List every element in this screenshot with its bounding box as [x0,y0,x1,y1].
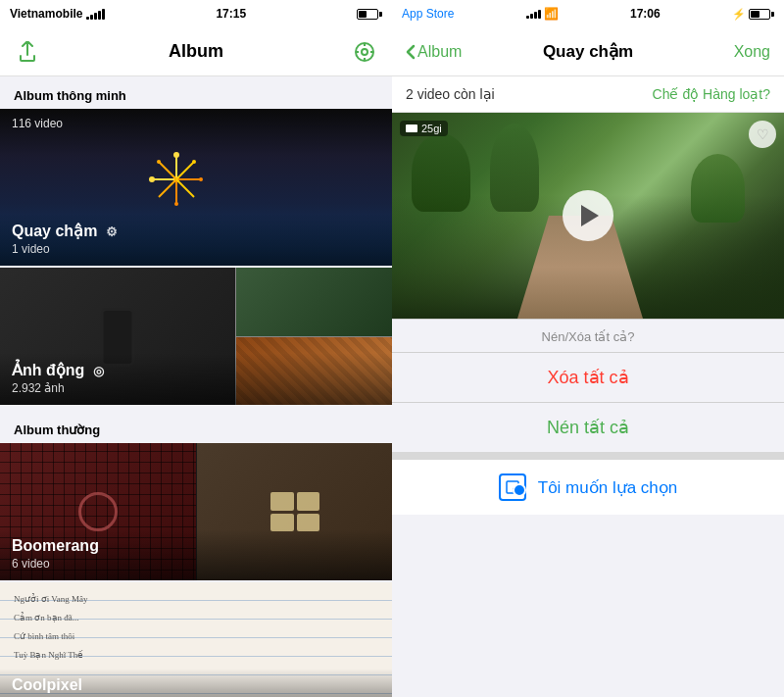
signal-wifi-right: 📶 [526,7,559,21]
status-bar-right: App Store 📶 17:06 ⚡ [392,0,784,27]
video-thumbnail[interactable]: 25gi ♡ [392,113,784,319]
action-sheet: Nén/Xóa tất cả? Xóa tất cả Nén tất cả Tô… [392,319,784,515]
carrier-info: Vietnamobile [10,7,105,21]
battery-info-left [357,9,382,20]
anh-dong-cell-2 [236,268,392,336]
wifi-icon-right: 📶 [544,7,559,21]
play-triangle-icon [581,205,599,226]
album-slow-mo[interactable]: 116 video [0,109,392,266]
album-boomerang[interactable]: Boomerang 6 video [0,443,392,580]
svg-point-19 [157,160,161,164]
svg-line-12 [176,162,194,179]
status-bar-left: Vietnamobile 17:15 [0,0,392,27]
nav-title-left: Album [169,41,223,62]
battery-icon-right [749,9,774,20]
share-button[interactable] [14,38,41,66]
svg-point-17 [149,176,155,182]
album-name-coolpixel: Coolpixel [12,676,380,694]
video-remaining: 2 video còn lại [406,86,495,102]
battery-right-group: ⚡ [732,8,774,21]
signal-bars [86,8,105,20]
content-right: 2 video còn lại Chế độ Hàng loạt? 25gi ♡ [392,76,784,697]
select-label: Tôi muốn lựa chọn [538,477,678,498]
svg-point-22 [513,487,518,493]
back-label: Album [417,43,462,61]
nav-title-right: Quay chậm [543,41,633,62]
time-left: 17:15 [216,7,246,21]
album-count-slow-mo: 1 video [12,242,380,256]
bluetooth-icon: ⚡ [732,8,746,21]
heart-button[interactable]: ♡ [749,121,776,148]
action-sheet-separator [392,452,784,460]
svg-point-16 [174,202,178,206]
firework-decoration [137,140,216,219]
carrier-right: App Store [402,7,454,21]
smart-section-header: Album thông minh [0,76,392,109]
compress-all-button[interactable]: Nén tất cả [392,403,784,452]
video-time-badge: 25gi [400,121,448,136]
album-name-anh-dong: Ảnh động ◎ [12,361,380,379]
normal-section-header: Album thường [0,411,392,443]
settings-button[interactable] [351,38,378,66]
video-camera-icon [406,124,417,132]
signal-bars-right [526,9,541,19]
svg-point-18 [199,177,203,181]
right-panel: App Store 📶 17:06 ⚡ [392,0,784,697]
album-count-anh-dong: 2.932 ảnh [12,381,380,395]
album-name-slow-mo: Quay chậm ⚙ [12,222,380,240]
video-count-top: 116 video [12,117,63,130]
carrier-name: Vietnamobile [10,7,82,21]
album-anh-dong[interactable]: Ảnh động ◎ 2.932 ảnh [0,268,392,405]
album-overlay-boomerang: Boomerang 6 video [0,529,392,580]
svg-point-1 [362,49,368,55]
play-button[interactable] [563,190,613,241]
left-panel: Vietnamobile 17:15 Album [0,0,392,697]
batch-mode-link[interactable]: Chế độ Hàng loạt? [653,86,770,102]
live-icon: ◎ [93,364,104,378]
video-info-bar: 2 video còn lại Chế độ Hàng loạt? [392,76,784,113]
album-overlay-anh-dong: Ảnh động ◎ 2.932 ảnh [0,353,392,405]
done-button[interactable]: Xong [734,43,770,61]
select-icon [499,473,526,501]
battery-icon-left [357,9,382,20]
svg-line-11 [159,162,176,179]
svg-rect-21 [507,481,518,493]
nav-bar-right: Album Quay chậm Xong [392,27,784,76]
select-button[interactable]: Tôi muốn lựa chọn [392,460,784,515]
svg-point-15 [173,152,179,158]
album-overlay-coolpixel: Coolpixel 3 ảnh [0,669,392,697]
album-overlay-slow-mo: Quay chậm ⚙ 1 video [0,214,392,266]
svg-point-20 [192,160,196,164]
svg-line-14 [176,179,194,197]
album-coolpixel[interactable]: Ngưởi ơi Vang Mây Cảm ơn bạn đã... Cứ bì… [0,582,392,697]
action-sheet-title: Nén/Xóa tất cả? [392,320,784,352]
time-right: 17:06 [630,7,661,21]
album-count-boomerang: 6 video [12,557,380,571]
album-name-boomerang: Boomerang [12,537,380,555]
delete-all-button[interactable]: Xóa tất cả [392,353,784,402]
spinner-icon: ⚙ [106,224,118,239]
svg-line-13 [159,179,176,197]
back-button[interactable]: Album [406,43,462,61]
content-left: Album thông minh 116 video [0,76,392,697]
nav-bar-left: Album [0,27,392,76]
notebook-text: Ngưởi ơi Vang Mây Cảm ơn bạn đã... Cứ bì… [14,590,88,665]
